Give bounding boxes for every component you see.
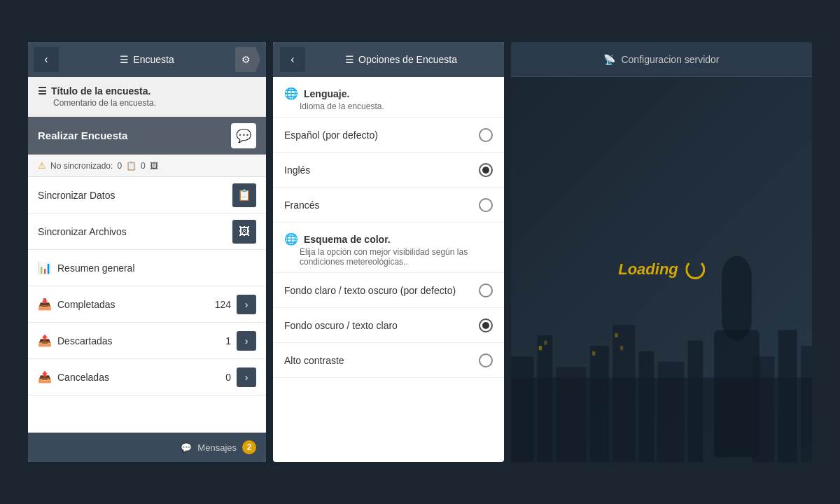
encuesta-back-button[interactable]: ‹: [34, 47, 59, 72]
opciones-title-text: Opciones de Encuesta: [358, 54, 457, 65]
canceladas-count: 0: [225, 372, 231, 383]
footer-messages-label: Mensajes: [197, 442, 237, 453]
opciones-title-icon: ☰: [345, 54, 354, 65]
servidor-title: Configuracion servidor: [621, 54, 719, 65]
servidor-header: 📡 Configuracion servidor: [511, 42, 812, 77]
survey-title-text: Título de la encuesta.: [51, 85, 150, 97]
canceladas-arrow-button[interactable]: ›: [237, 368, 256, 387]
language-title-text: Lenguaje.: [304, 88, 349, 99]
svg-rect-9: [658, 361, 685, 462]
ingles-option[interactable]: Inglés: [273, 153, 504, 188]
alto-contraste-option[interactable]: Alto contraste: [273, 343, 504, 378]
sincronizar-datos-right: 📋: [232, 183, 256, 207]
language-section-header: 🌐 Lenguaje. Idioma de la encuesta.: [273, 77, 504, 118]
fondo-oscuro-option[interactable]: Fondo oscuro / texto claro: [273, 308, 504, 343]
loading-spinner: [685, 260, 705, 279]
encuesta-title-icon: ☰: [120, 54, 129, 65]
descartadas-right: 1 ›: [225, 331, 256, 351]
sincronizar-datos-item[interactable]: Sincronizar Datos 📋: [28, 177, 266, 214]
color-scheme-subtitle: Elija la opción con mejor visibilidad se…: [284, 247, 493, 267]
sync-count-imgs: 0: [141, 161, 146, 171]
opciones-back-button[interactable]: ‹: [280, 47, 305, 72]
color-scheme-section-header: 🌐 Esquema de color. Elija la opción con …: [273, 223, 504, 273]
footer-chat-icon: 💬: [181, 442, 192, 453]
fondo-claro-label: Fondo claro / texto oscuro (por defecto): [284, 285, 456, 296]
resumen-general-item[interactable]: 📊 Resumen general: [28, 250, 266, 286]
survey-title: ☰ Título de la encuesta.: [38, 85, 256, 97]
fondo-claro-radio[interactable]: [479, 284, 493, 298]
realizar-label: Realizar Encuesta: [38, 130, 127, 141]
survey-title-section: ☰ Título de la encuesta. Comentario de l…: [28, 77, 266, 117]
chart-icon: 📊: [38, 261, 52, 274]
svg-rect-3: [511, 356, 533, 462]
sync-status-label: No sincronizado:: [50, 161, 113, 171]
fondo-claro-option[interactable]: Fondo claro / texto oscuro (por defecto): [273, 273, 504, 308]
canceladas-label: Canceladas: [57, 372, 109, 383]
completadas-icon: 📥: [38, 298, 52, 311]
gear-icon: ⚙: [241, 54, 251, 65]
completadas-right: 124 ›: [215, 295, 256, 314]
svg-rect-6: [590, 346, 609, 462]
svg-rect-16: [592, 351, 595, 355]
svg-rect-5: [556, 367, 587, 462]
fondo-oscuro-radio[interactable]: [479, 318, 493, 332]
color-scheme-title-text: Esquema de color.: [304, 234, 391, 245]
descartadas-left: 📤 Descartadas: [38, 334, 113, 347]
completadas-arrow-button[interactable]: ›: [237, 295, 256, 314]
servidor-antenna-icon: 📡: [603, 54, 615, 65]
ingles-radio[interactable]: [479, 163, 493, 177]
frances-radio[interactable]: [479, 198, 493, 212]
svg-rect-13: [801, 346, 812, 462]
imgs-icon: 🖼: [150, 161, 158, 171]
sync-status-bar: ⚠ No sincronizado: 0 📋 0 🖼: [28, 155, 266, 177]
alto-contraste-label: Alto contraste: [284, 355, 344, 366]
survey-title-icon: ☰: [38, 85, 47, 97]
espanol-radio[interactable]: [479, 128, 493, 142]
sincronizar-datos-label: Sincronizar Datos: [38, 190, 115, 201]
svg-rect-17: [615, 332, 617, 337]
sincronizar-datos-left: Sincronizar Datos: [38, 190, 115, 201]
svg-rect-10: [688, 340, 704, 462]
encuesta-header: ‹ ☰ Encuesta ⚙: [28, 42, 266, 77]
sincronizar-archivos-left: Sincronizar Archivos: [38, 226, 127, 237]
espanol-option[interactable]: Español (por defecto): [273, 118, 504, 153]
sincronizar-archivos-right: 🖼: [232, 220, 256, 244]
warning-icon: ⚠: [38, 160, 46, 171]
panel-opciones: ‹ ☰ Opciones de Encuesta 🌐 Lenguaje. Idi…: [273, 42, 504, 462]
svg-rect-12: [778, 330, 797, 462]
opciones-header-title: ☰ Opciones de Encuesta: [305, 54, 497, 65]
encuesta-footer: 💬 Mensajes 2: [28, 433, 266, 462]
panel-servidor: 📡 Configuracion servidor: [511, 42, 812, 462]
ingles-label: Inglés: [284, 164, 310, 176]
svg-rect-14: [539, 346, 542, 350]
encuesta-header-title: ☰ Encuesta: [59, 54, 235, 65]
realizar-encuesta-button[interactable]: Realizar Encuesta 💬: [28, 117, 266, 155]
alto-contraste-radio[interactable]: [479, 354, 493, 368]
language-section-title: 🌐 Lenguaje.: [284, 87, 493, 100]
sincronizar-archivos-icon-box: 🖼: [232, 220, 256, 244]
svg-rect-7: [612, 324, 635, 462]
realizar-chat-icon: 💬: [231, 123, 256, 148]
panel-encuesta: ‹ ☰ Encuesta ⚙ ☰ Título de la encuesta. …: [28, 42, 266, 462]
servidor-body: Loading: [511, 77, 812, 462]
frances-label: Francés: [284, 200, 320, 211]
svg-rect-18: [620, 346, 623, 350]
docs-icon: 📋: [126, 161, 136, 171]
descartadas-arrow-button[interactable]: ›: [237, 331, 256, 351]
main-container: ‹ ☰ Encuesta ⚙ ☰ Título de la encuesta. …: [28, 42, 812, 462]
loading-text: Loading: [618, 260, 678, 279]
completadas-item[interactable]: 📥 Completadas 124 ›: [28, 286, 266, 323]
canceladas-item[interactable]: 📤 Canceladas 0 ›: [28, 359, 266, 396]
opciones-header: ‹ ☰ Opciones de Encuesta: [273, 42, 504, 77]
sincronizar-archivos-label: Sincronizar Archivos: [38, 226, 127, 237]
messages-count-badge: 2: [242, 440, 256, 454]
espanol-label: Español (por defecto): [284, 130, 378, 141]
completadas-label: Completadas: [57, 299, 115, 310]
descartadas-item[interactable]: 📤 Descartadas 1 ›: [28, 323, 266, 359]
frances-option[interactable]: Francés: [273, 188, 504, 223]
canceladas-right: 0 ›: [225, 368, 256, 387]
sincronizar-datos-icon-box: 📋: [232, 183, 256, 207]
encuesta-settings-button[interactable]: ⚙: [235, 47, 260, 72]
survey-comment: Comentario de la encuesta.: [38, 98, 256, 108]
sincronizar-archivos-item[interactable]: Sincronizar Archivos 🖼: [28, 214, 266, 250]
